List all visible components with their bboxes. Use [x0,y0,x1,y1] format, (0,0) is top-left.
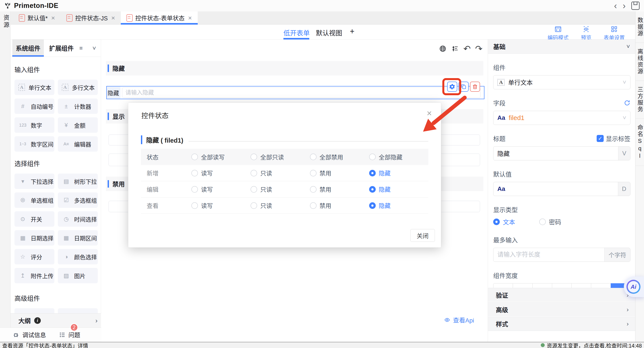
show-label-checkbox[interactable]: ✓ 显示标签 [597,134,630,143]
radio-option-disabled[interactable]: 禁用 [310,201,369,210]
component-item-image[interactable]: ▨图片 [58,268,98,283]
radio-option-readwrite[interactable]: 读写 [191,169,250,177]
radio-option-all-readonly[interactable]: 全部只读 [250,153,310,161]
radio-option-disabled[interactable]: 禁用 [310,185,369,194]
dialog-title: 控件状态 [142,110,168,120]
form-config-icon[interactable] [451,45,459,53]
form-settings-button[interactable]: 表单设置 [604,26,625,41]
rail-tab-datasource[interactable]: 数据源 [636,12,644,43]
rail-tab-named-sql[interactable]: 命名Sql [636,119,644,166]
rail-tab-offline-resources[interactable]: 离线资源 [636,43,644,81]
close-icon[interactable]: × [188,15,192,21]
outline-bar[interactable]: 大纲 i › [10,313,101,327]
problems-button[interactable]: 问题 [59,330,80,339]
status-right[interactable]: 资源发生变更，点击查看,检查时间:14:48 [541,341,642,348]
close-icon[interactable]: × [51,15,55,21]
component-item-date-picker[interactable]: ▦日期选择 [14,230,54,245]
component-item-counter[interactable]: ±计数器 [58,99,98,114]
close-icon[interactable]: × [111,15,115,21]
max-input-field[interactable] [494,248,604,261]
status-left-text[interactable]: 查看资源「控件状态-表单状态」详情 [2,341,88,348]
accordion-style[interactable]: 样式 › [488,317,635,331]
undo-icon[interactable]: ↶ [464,44,471,53]
title-input[interactable] [494,147,618,160]
display-type-password-radio[interactable]: 密码 [539,217,561,226]
component-item-single-text[interactable]: A单行文本 [14,80,54,95]
nav-forward-icon[interactable]: › [623,1,626,10]
debug-info-button[interactable]: 调试信息 [13,330,46,339]
doc-tab-control-state-form[interactable]: 控件状态-表单状态 × [121,12,198,24]
textarea-icon: A [62,84,68,91]
chevron-right-icon[interactable]: › [95,317,98,324]
field-input[interactable] [122,87,480,98]
tab-system-components[interactable]: 系统组件 [12,40,44,57]
radio-option-readwrite[interactable]: 读写 [191,185,250,194]
accordion-label: 样式 [496,319,508,328]
accordion-validation[interactable]: 验证 › [488,288,635,302]
field-select[interactable]: Aa filed1 ˅ [493,111,630,125]
radio-option-hidden-selected[interactable]: 隐藏 [369,201,428,210]
default-value-input[interactable] [494,182,618,196]
display-type-text-radio[interactable]: 文本 [493,217,515,226]
close-button[interactable]: 关闭 [410,229,435,242]
yen-icon: ¥ [62,122,70,129]
component-item-editor[interactable]: A≡编辑器 [58,136,98,152]
accordion-advanced[interactable]: 高级 › [488,302,635,316]
doc-tab-default-value[interactable]: 默认值* × [13,12,61,24]
redo-icon[interactable]: ↷ [475,44,482,53]
component-item-tree-dropdown[interactable]: ▤树形下拉 [58,174,98,189]
component-item-person-select[interactable]: ○人员选择 [14,308,54,313]
component-item-time-picker[interactable]: ◷时间选择 [58,211,98,227]
doc-tab-control-state-js[interactable]: 控件状态-JS × [61,12,121,24]
component-type-select[interactable]: A 单行文本 ˅ [493,75,630,89]
component-item-amount[interactable]: ¥金额 [58,117,98,133]
component-item-multi-text[interactable]: A多行文本 [58,80,98,95]
field-delete-button[interactable] [470,82,480,92]
default-value-addon[interactable]: D [618,182,630,196]
radio-option-readwrite[interactable]: 读写 [191,201,250,210]
radio-option-all-readwrite[interactable]: 全部读写 [191,153,250,161]
component-item-rating[interactable]: ☆评分 [14,249,54,264]
close-icon[interactable]: × [427,109,432,118]
component-item-date-range[interactable]: ▦日期区间 [58,230,98,245]
preview-button[interactable]: 预览 [581,26,592,41]
radio-option-readonly[interactable]: 只读 [250,169,310,177]
tab-extended-components[interactable]: 扩展组件 [46,40,77,57]
canvas-section-hidden[interactable]: 隐藏 [106,61,483,76]
chevron-down-icon[interactable]: ˅ [92,45,96,52]
radio-option-all-disabled[interactable]: 全部禁用 [310,153,369,161]
component-item-auto-number[interactable]: #自动编号 [14,99,54,114]
component-item-checkbox-group[interactable]: ☑多选框组 [58,192,98,208]
component-item-radio-group[interactable]: ⦾单选框组 [14,192,54,208]
component-item-dropdown[interactable]: ▾下拉选择 [14,174,54,189]
radio-option-hidden-selected[interactable]: 隐藏 [369,185,428,194]
tab-low-code-form[interactable]: 低开表单 [284,28,310,37]
component-item-attachment-upload[interactable]: ↥附件上传 [14,268,54,283]
radio-option-hidden-selected[interactable]: 隐藏 [369,169,428,177]
nav-back-icon[interactable]: ‹ [614,1,617,10]
title-variable-addon[interactable]: V [618,147,630,160]
hamburger-icon[interactable]: ≡ [79,45,83,52]
component-item-number-range[interactable]: 1~3数字区间 [14,136,54,152]
radio-option-readonly[interactable]: 只读 [250,185,310,194]
radio-option-all-hidden[interactable]: 全部隐藏 [369,153,428,161]
globe-icon[interactable] [439,45,447,53]
selected-field-hidden[interactable]: 隐藏 [106,86,484,99]
component-item-color-picker[interactable]: ◑颜色选择 [58,249,98,264]
tab-default-view[interactable]: 默认视图 [316,28,342,37]
component-item-switch[interactable]: ⊙开关 [14,211,54,227]
component-item-number[interactable]: 123数字 [14,117,54,133]
radio-option-disabled[interactable]: 禁用 [310,169,369,177]
state-table-header: 状态 全部读写 全部只读 全部禁用 全部隐藏 [141,149,428,165]
save-icon[interactable] [631,2,640,10]
ai-assistant-widget[interactable]: Ai [624,276,644,297]
refresh-icon[interactable] [624,100,630,106]
add-view-button[interactable]: + [350,27,354,36]
rail-tab-third-party-services[interactable]: 三方服务 [636,81,644,119]
component-item-org-select[interactable]: 品机构选择 [58,308,98,313]
view-api-link[interactable]: 查看Api [444,315,474,324]
code-mode-button[interactable]: 编码模式 [548,26,568,41]
rail-tab-resources[interactable]: 资源 [0,15,10,29]
inspector-header[interactable]: 基础 ˅ [488,40,635,54]
radio-option-readonly[interactable]: 只读 [250,201,310,210]
